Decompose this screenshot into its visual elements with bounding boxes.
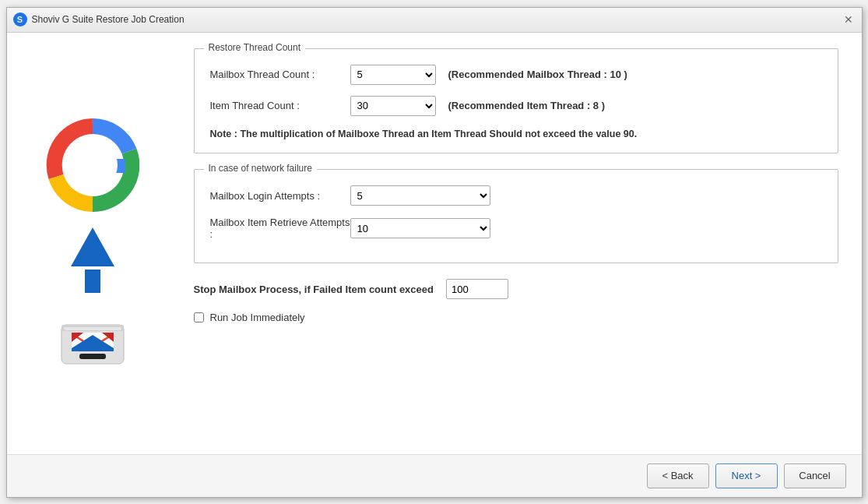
stop-mailbox-label: Stop Mailbox Process, if Failed Item cou… — [194, 284, 434, 295]
restore-thread-legend: Restore Thread Count — [204, 42, 306, 53]
mailbox-thread-rec: (Recommended Mailbox Thread : 10 ) — [448, 69, 627, 80]
arrow-shaft — [85, 270, 100, 293]
svg-point-2 — [68, 140, 118, 190]
thread-note: Note : The multiplication of Mailboxe Th… — [210, 127, 822, 142]
mailbox-thread-label: Mailbox Thread Count : — [210, 69, 350, 80]
title-bar: S Shoviv G Suite Restore Job Creation ✕ — [7, 8, 862, 33]
next-button[interactable]: Next > — [715, 463, 778, 488]
left-panel — [7, 33, 178, 454]
footer: < Back Next > Cancel — [7, 454, 862, 497]
svg-rect-6 — [79, 354, 106, 359]
network-failure-section: In case of network failure Mailbox Login… — [194, 169, 838, 263]
run-job-label[interactable]: Run Job Immediately — [210, 312, 305, 323]
arrow-head — [71, 227, 114, 266]
gmail-drive-icon — [58, 305, 128, 368]
item-thread-select[interactable]: 30 510152025 3540 — [350, 96, 436, 116]
restore-thread-section: Restore Thread Count Mailbox Thread Coun… — [194, 48, 838, 154]
main-window: S Shoviv G Suite Restore Job Creation ✕ — [6, 7, 863, 498]
run-job-checkbox[interactable] — [194, 312, 204, 322]
right-panel: Restore Thread Count Mailbox Thread Coun… — [178, 33, 862, 454]
svg-rect-5 — [64, 327, 121, 330]
item-thread-label: Item Thread Count : — [210, 100, 350, 111]
network-failure-legend: In case of network failure — [204, 163, 317, 174]
content-area: Restore Thread Count Mailbox Thread Coun… — [7, 33, 862, 454]
run-job-row: Run Job Immediately — [194, 312, 838, 323]
stop-mailbox-input[interactable] — [446, 279, 508, 299]
mailbox-thread-row: Mailbox Thread Count : 5 1234 678910 (Re… — [210, 65, 822, 85]
login-attempts-row: Mailbox Login Attempts : 5 1234 678910 — [210, 185, 822, 206]
back-button[interactable]: < Back — [647, 463, 709, 488]
title-bar-left: S Shoviv G Suite Restore Job Creation — [13, 12, 184, 26]
item-thread-rec: (Recommended Item Thread : 8 ) — [448, 100, 606, 111]
google-logo — [46, 118, 139, 212]
app-icon: S — [13, 12, 27, 26]
login-attempts-label: Mailbox Login Attempts : — [210, 190, 350, 202]
item-thread-row: Item Thread Count : 30 510152025 3540 (R… — [210, 96, 822, 116]
retrieve-attempts-row: Mailbox Item Retrieve Attempts : 10 5152… — [210, 217, 822, 240]
window-title: Shoviv G Suite Restore Job Creation — [32, 14, 184, 25]
retrieve-attempts-label: Mailbox Item Retrieve Attempts : — [210, 217, 350, 240]
stop-mailbox-row: Stop Mailbox Process, if Failed Item cou… — [194, 279, 838, 299]
upload-arrow — [71, 227, 114, 293]
close-button[interactable]: ✕ — [842, 12, 856, 26]
cancel-button[interactable]: Cancel — [784, 463, 846, 488]
retrieve-attempts-select[interactable]: 10 515202530 — [350, 218, 490, 238]
login-attempts-select[interactable]: 5 1234 678910 — [350, 185, 490, 206]
mailbox-thread-select[interactable]: 5 1234 678910 — [350, 65, 436, 85]
